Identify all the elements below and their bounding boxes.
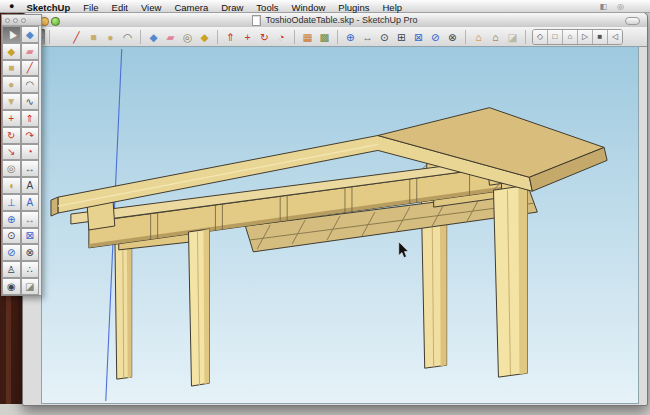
orbit-tool-icon: ⊕ xyxy=(7,214,15,225)
eraser-tool-icon: ▰ xyxy=(166,29,174,45)
protractor-tool-button[interactable]: ◖ xyxy=(2,177,21,194)
axes-tool-button[interactable]: ⊥ xyxy=(2,194,21,211)
zoom-previous-tool-button[interactable]: ⊘ xyxy=(2,244,21,261)
move-tool-button[interactable]: + xyxy=(239,29,256,45)
position-camera-tool-button[interactable]: ♙ xyxy=(2,261,21,278)
get-models-button-button[interactable]: ⌂ xyxy=(470,29,487,45)
menu-help[interactable]: Help xyxy=(383,2,403,13)
scale-tool-button[interactable]: ↘ xyxy=(2,144,21,161)
rotate-tool-button[interactable]: ↻ xyxy=(256,29,273,45)
rectangle-tool-icon: ■ xyxy=(8,62,14,73)
offset-tool-button[interactable]: ◔ xyxy=(21,144,40,161)
menu-draw[interactable]: Draw xyxy=(221,2,243,13)
text-tool-button[interactable]: A xyxy=(21,177,40,194)
view-front-button[interactable]: ⌂ xyxy=(563,30,578,44)
make-component-tool-button[interactable]: ◆ xyxy=(21,26,40,43)
circle-tool-button[interactable]: ● xyxy=(102,29,119,45)
push-pull-tool-button[interactable]: ⇑ xyxy=(222,29,239,45)
menu-extra-display-icon[interactable]: ◧ xyxy=(599,0,607,13)
push-pull-tool-button[interactable]: ⇑ xyxy=(21,110,40,127)
tape-measure-tool-button[interactable]: ◎ xyxy=(2,160,21,177)
look-around-tool-button[interactable]: ◉ xyxy=(2,278,21,295)
follow-me-tool-icon: ↷ xyxy=(26,130,34,141)
palette-dot xyxy=(21,18,26,23)
pan-tool-button[interactable]: ↔ xyxy=(359,29,376,45)
add-location-button-button[interactable]: ▩ xyxy=(316,29,333,45)
move-tool-button[interactable]: + xyxy=(2,110,21,127)
menu-file[interactable]: File xyxy=(83,2,98,13)
eraser-tool-button[interactable]: ▰ xyxy=(162,29,179,45)
menu-tools[interactable]: Tools xyxy=(256,2,278,13)
eraser-tool-button[interactable]: ▰ xyxy=(21,43,40,60)
view-left-button[interactable]: ◁ xyxy=(608,30,622,44)
arc-tool-icon: ◠ xyxy=(25,79,34,90)
palette-titlebar[interactable] xyxy=(2,15,41,26)
select-tool-button[interactable]: ▶ xyxy=(2,26,21,43)
view-right-button[interactable]: ▷ xyxy=(578,30,593,44)
3d-text-tool-button[interactable]: A xyxy=(21,194,40,211)
zoom-extents-tool-button[interactable]: ⊠ xyxy=(410,29,427,45)
polygon-tool-button[interactable]: ▼ xyxy=(2,93,21,110)
line-tool-icon: ╱ xyxy=(73,29,79,45)
pan-tool-icon: ↔ xyxy=(25,214,35,225)
get-models-button-icon: ⌂ xyxy=(475,29,481,45)
zoom-tool-icon: ⊙ xyxy=(380,29,389,45)
menu-extra-volume-icon[interactable]: ◎ xyxy=(617,0,624,13)
zoom-next-tool-button[interactable]: ⊗ xyxy=(444,29,461,45)
window-titlebar[interactable]: ToshioOdateTable.skp - SketchUp Pro xyxy=(23,13,647,28)
zoom-tool-button[interactable]: ⊙ xyxy=(2,228,21,245)
zoom-previous-tool-button[interactable]: ⊘ xyxy=(427,29,444,45)
paint-bucket-tool-button[interactable]: ◆ xyxy=(196,29,213,45)
orbit-tool-button[interactable]: ⊕ xyxy=(2,211,21,228)
drawing-canvas[interactable] xyxy=(41,46,639,404)
view-top-button[interactable]: □ xyxy=(548,30,563,44)
dimension-tool-button[interactable]: ↔ xyxy=(21,160,40,177)
palette-close-dot[interactable] xyxy=(5,18,10,23)
axes-tool-icon: ⊥ xyxy=(7,197,16,208)
line-tool-button[interactable]: ╱ xyxy=(68,29,85,45)
freehand-tool-button[interactable]: ∿ xyxy=(21,93,40,110)
arc-tool-button[interactable]: ◠ xyxy=(119,29,136,45)
table-leg-front-left[interactable] xyxy=(189,229,210,386)
text-tool-icon: A xyxy=(26,180,33,191)
orbit-tool-button[interactable]: ⊕ xyxy=(342,29,359,45)
zoom-extents-tool-icon: ⊠ xyxy=(26,230,34,241)
menu-sketchup[interactable]: SketchUp xyxy=(26,2,70,13)
menu-plugins[interactable]: Plugins xyxy=(338,2,369,13)
toggle-terrain-button-button[interactable]: ▦ xyxy=(299,29,316,45)
rectangle-tool-button[interactable]: ■ xyxy=(2,60,21,77)
rotate-tool-button[interactable]: ↻ xyxy=(2,127,21,144)
share-model-button-button[interactable]: ⌂ xyxy=(487,29,504,45)
menu-camera[interactable]: Camera xyxy=(174,2,208,13)
make-component-tool-button[interactable]: ◆ xyxy=(145,29,162,45)
zoom-extents-tool-button[interactable]: ⊠ xyxy=(21,228,40,245)
menu-view[interactable]: View xyxy=(141,2,161,13)
table-leg-front-right[interactable] xyxy=(488,157,551,377)
menu-edit[interactable]: Edit xyxy=(112,2,128,13)
line-tool-button[interactable]: ╱ xyxy=(21,60,40,77)
view-iso-button[interactable]: ◇ xyxy=(533,30,548,44)
zoom-next-tool-button[interactable]: ⊗ xyxy=(21,244,40,261)
views-segmented-control: ◇□⌂▷■◁ xyxy=(532,29,623,45)
circle-tool-button[interactable]: ● xyxy=(2,76,21,93)
arc-tool-button[interactable]: ◠ xyxy=(21,76,40,93)
rotate-tool-icon: ↻ xyxy=(260,29,269,45)
pan-tool-button[interactable]: ↔ xyxy=(21,211,40,228)
polygon-tool-icon: ▼ xyxy=(6,96,16,107)
offset-tool-button[interactable]: ◔ xyxy=(273,29,290,45)
follow-me-tool-button[interactable]: ↷ xyxy=(21,127,40,144)
section-plane-tool-button[interactable]: ◪ xyxy=(21,278,40,295)
apple-menu-icon[interactable]: ● xyxy=(9,0,14,13)
rectangle-tool-button[interactable]: ■ xyxy=(85,29,102,45)
paint-bucket-tool-button[interactable]: ◆ xyxy=(2,43,21,60)
tape-measure-tool-button[interactable]: ◎ xyxy=(179,29,196,45)
table-model[interactable] xyxy=(51,108,607,386)
section-display-button-button[interactable]: ◪ xyxy=(504,29,521,45)
walk-tool-button[interactable]: ∴ xyxy=(21,261,40,278)
toolbar-toggle-pill[interactable] xyxy=(625,17,640,25)
zoom-tool-button[interactable]: ⊙ xyxy=(376,29,393,45)
menu-window[interactable]: Window xyxy=(292,2,326,13)
view-back-button[interactable]: ■ xyxy=(593,30,608,44)
zoom-window-tool-button[interactable]: ⊞ xyxy=(393,29,410,45)
toolbar-separator xyxy=(525,30,526,44)
